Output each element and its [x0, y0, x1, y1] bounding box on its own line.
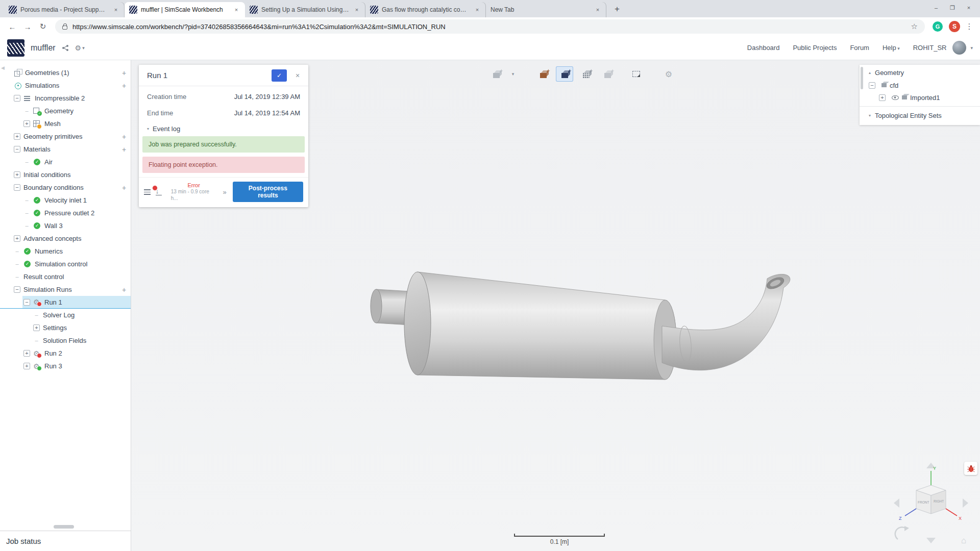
expand-icon[interactable]: + — [23, 350, 30, 357]
geometry-tree-item[interactable]: + Imported1 — [860, 91, 980, 104]
add-button[interactable]: + — [119, 69, 129, 77]
topological-entity-sets-header[interactable]: ▾ Topological Entity Sets — [860, 109, 980, 122]
header-nav-link[interactable]: Forum — [850, 44, 869, 52]
muffler-body[interactable] — [418, 272, 676, 380]
collapse-icon[interactable]: − — [869, 82, 875, 89]
sidebar-item-air[interactable]: –Air — [0, 156, 131, 168]
geometry-section-header[interactable]: ▴ Geometry — [860, 66, 980, 79]
sidebar-item-geometry-primitives[interactable]: +Geometry primitives+ — [0, 130, 131, 143]
collapse-tree-icon[interactable]: ◀ — [1, 65, 5, 70]
collapse-icon[interactable]: − — [14, 286, 20, 293]
geometry-tree-root[interactable]: − cfd — [860, 79, 980, 91]
back-icon[interactable]: ← — [5, 19, 19, 34]
report-bug-button[interactable] — [964, 462, 977, 475]
more-actions-icon[interactable]: » — [223, 188, 227, 196]
sidebar-item-result-control[interactable]: –Result control — [0, 270, 131, 283]
browser-profile-icon[interactable]: S — [949, 21, 960, 32]
browser-tab[interactable]: muffler | SimScale Workbench × — [125, 2, 245, 17]
close-window-button[interactable]: × — [961, 0, 977, 15]
close-tab-icon[interactable]: × — [473, 6, 481, 14]
sidebar-item-geometries-1[interactable]: Geometries (1)+ — [0, 66, 131, 79]
sidebar-item-run-3[interactable]: +Run 3 — [0, 360, 131, 372]
run-list-icon[interactable] — [144, 189, 151, 195]
add-button[interactable]: + — [119, 133, 129, 141]
simscale-logo[interactable] — [7, 39, 24, 57]
expand-icon[interactable]: + — [879, 94, 886, 101]
sidebar-item-velocity-inlet-1[interactable]: –Velocity inlet 1 — [0, 194, 131, 207]
collapse-icon[interactable]: − — [23, 299, 30, 306]
sidebar-item-wall-3[interactable]: –Wall 3 — [0, 219, 131, 232]
sidebar-item-advanced-concepts[interactable]: +Advanced concepts — [0, 232, 131, 245]
bookmark-star-icon[interactable]: ☆ — [911, 22, 918, 31]
collapse-icon[interactable]: − — [14, 95, 20, 102]
geometry-panel-scrollbar[interactable] — [861, 67, 863, 89]
add-button[interactable]: + — [119, 286, 129, 294]
sidebar-item-run-2[interactable]: +Run 2 — [0, 347, 131, 360]
avatar[interactable] — [952, 41, 966, 55]
expand-icon[interactable]: + — [23, 120, 30, 127]
sidebar-item-solution-fields[interactable]: –Solution Fields — [0, 334, 131, 347]
collapse-icon[interactable]: − — [14, 184, 20, 191]
account-caret-icon[interactable]: ▾ — [970, 45, 973, 51]
sidebar-item-boundary-conditions[interactable]: −Boundary conditions+ — [0, 181, 131, 194]
close-tab-icon[interactable]: × — [353, 6, 361, 14]
header-nav-link[interactable]: Help — [883, 44, 900, 52]
sidebar-item-simulation-runs[interactable]: −Simulation Runs+ — [0, 283, 131, 296]
header-nav-link[interactable]: Dashboard — [747, 44, 780, 52]
refresh-icon[interactable]: ↻ — [36, 19, 50, 34]
sidebar-item-simulation-control[interactable]: –Simulation control — [0, 258, 131, 270]
rotate-right-arrow[interactable] — [963, 498, 968, 508]
sidebar-item-pressure-outlet-2[interactable]: –Pressure outlet 2 — [0, 207, 131, 219]
username[interactable]: ROHIT_SR — [913, 44, 947, 52]
expand-icon[interactable]: + — [33, 324, 40, 331]
close-panel-icon[interactable]: × — [293, 71, 302, 80]
restore-window-button[interactable]: ❐ — [944, 0, 961, 15]
expand-icon[interactable]: + — [14, 171, 20, 178]
sidebar-item-run-1[interactable]: −Run 1 — [0, 296, 131, 309]
sidebar-item-geometry[interactable]: –Geometry — [0, 105, 131, 117]
event-log-toggle[interactable]: ▾ Event log — [139, 121, 308, 136]
close-tab-icon[interactable]: × — [594, 6, 602, 14]
download-results-icon[interactable]: ↓ — [156, 188, 162, 196]
home-view-icon[interactable]: ⌂ — [961, 536, 966, 545]
sidebar-item-mesh[interactable]: +Mesh — [0, 117, 131, 130]
sidebar-scrollbar[interactable] — [54, 525, 74, 529]
add-button[interactable]: + — [119, 82, 129, 90]
inlet-pipe-end-face[interactable] — [371, 289, 382, 323]
add-button[interactable]: + — [119, 184, 129, 192]
sidebar-item-solver-log[interactable]: –Solver Log — [0, 309, 131, 321]
collapse-icon[interactable]: − — [14, 146, 20, 153]
header-nav-link[interactable]: Public Projects — [793, 44, 837, 52]
sidebar-item-materials[interactable]: −Materials+ — [0, 143, 131, 156]
rotate-left-arrow[interactable] — [894, 498, 899, 508]
roll-rotate-icon[interactable] — [895, 527, 906, 539]
grammarly-extension-icon[interactable]: G — [933, 21, 943, 32]
3d-viewport[interactable]: ▾⚙ — [131, 60, 980, 551]
close-tab-icon[interactable]: × — [232, 6, 240, 14]
share-icon[interactable] — [62, 44, 69, 52]
sidebar-item-simulations[interactable]: Simulations+ — [0, 79, 131, 92]
confirm-button[interactable]: ✓ — [272, 69, 287, 82]
muffler-body-front-cap[interactable] — [404, 272, 431, 375]
browser-tab[interactable]: Setting Up a Simulation Using Po × — [245, 2, 365, 17]
visibility-eye-icon[interactable] — [892, 95, 899, 100]
browser-menu-icon[interactable]: ⋮ — [964, 22, 975, 31]
browser-tab[interactable]: New Tab × — [486, 2, 606, 17]
minimize-window-button[interactable]: – — [928, 0, 944, 15]
job-status-bar[interactable]: Job status — [0, 531, 131, 551]
browser-tab[interactable]: Gas flow through catalytic conve × — [365, 2, 486, 17]
project-settings-gear-icon[interactable]: ⚙ ▾ — [75, 44, 85, 52]
sidebar-item-numerics[interactable]: –Numerics — [0, 245, 131, 258]
forward-icon[interactable]: → — [20, 19, 35, 34]
add-button[interactable]: + — [119, 145, 129, 154]
close-tab-icon[interactable]: × — [112, 6, 120, 14]
expand-icon[interactable]: + — [14, 235, 20, 242]
browser-tab[interactable]: Porous media - Project Support - × — [4, 2, 125, 17]
sidebar-item-settings[interactable]: +Settings — [0, 321, 131, 334]
expand-icon[interactable]: + — [23, 363, 30, 369]
url-input[interactable]: https://www.simscale.com/workbench/?pid=… — [55, 19, 925, 34]
sidebar-item-initial-conditions[interactable]: +Initial conditions — [0, 168, 131, 181]
rotate-down-arrow[interactable] — [926, 538, 936, 543]
post-process-results-button[interactable]: Post-process results — [233, 182, 303, 202]
sidebar-item-incompressible-2[interactable]: −Incompressible 2 — [0, 92, 131, 105]
